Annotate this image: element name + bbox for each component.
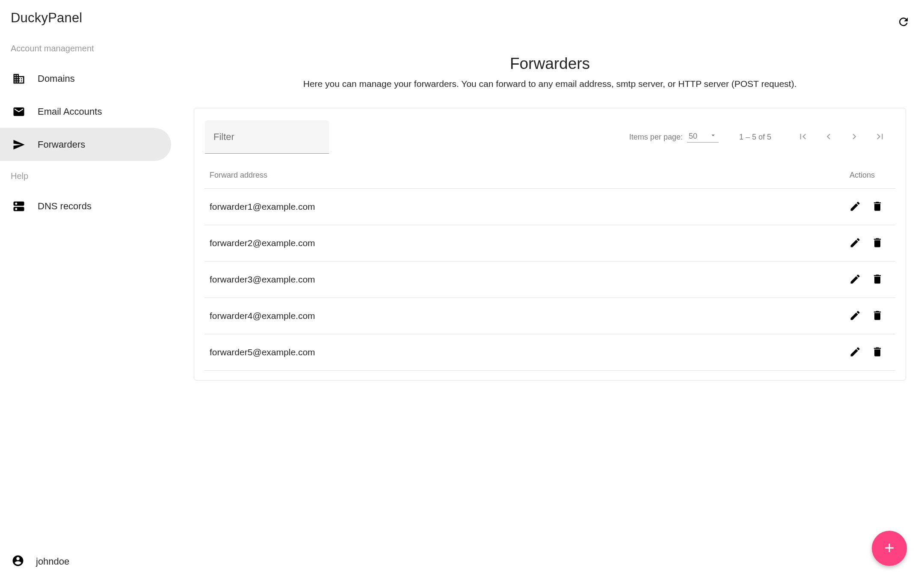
delete-button[interactable] — [868, 343, 887, 362]
delete-icon — [871, 309, 883, 323]
page-title: Forwarders — [189, 55, 911, 73]
dns-icon — [12, 199, 26, 214]
sidebar-item-label: Domains — [38, 73, 75, 84]
edit-button[interactable] — [846, 270, 865, 289]
items-per-page-value: 50 — [689, 132, 697, 141]
column-header-actions: Actions — [827, 171, 895, 189]
column-header-address: Forward address — [204, 171, 827, 189]
sidebar-user[interactable]: johndoe — [0, 554, 176, 583]
card-toolbar: Items per page: 50 1 – 5 of 5 — [194, 108, 906, 154]
sidebar-item-domains[interactable]: Domains — [0, 62, 171, 95]
forwarders-table: Forward address Actions forwarder1@examp… — [204, 171, 895, 371]
prev-page-button[interactable] — [818, 127, 839, 147]
account-icon — [12, 554, 24, 568]
forwarders-card: Items per page: 50 1 – 5 of 5 Forward ad… — [194, 108, 906, 381]
sidebar-item-label: Email Accounts — [38, 106, 102, 117]
send-icon — [12, 137, 26, 152]
edit-icon — [849, 309, 861, 323]
delete-button[interactable] — [868, 270, 887, 289]
app-title: DuckyPanel — [0, 10, 176, 26]
forward-address-cell: forwarder4@example.com — [204, 298, 827, 334]
sidebar: DuckyPanel Account management Domains Em… — [0, 0, 176, 583]
edit-icon — [849, 237, 861, 250]
actions-cell — [827, 298, 895, 334]
filter-input[interactable] — [213, 131, 320, 143]
page-subtitle: Here you can manage your forwarders. You… — [189, 79, 911, 89]
delete-icon — [871, 200, 883, 214]
table-row: forwarder5@example.com — [204, 334, 895, 371]
sidebar-item-forwarders[interactable]: Forwarders — [0, 128, 171, 161]
delete-icon — [871, 273, 883, 286]
table-row: forwarder4@example.com — [204, 298, 895, 334]
chevron-left-icon — [823, 131, 834, 143]
first-page-button[interactable] — [793, 127, 813, 147]
actions-cell — [827, 225, 895, 262]
items-per-page-select[interactable]: 50 — [687, 131, 719, 143]
chevron-right-icon — [849, 131, 860, 143]
last-page-button[interactable] — [870, 127, 890, 147]
forward-address-cell: forwarder2@example.com — [204, 225, 827, 262]
edit-button[interactable] — [846, 234, 865, 253]
edit-icon — [849, 200, 861, 214]
forward-address-cell: forwarder1@example.com — [204, 189, 827, 225]
add-forwarder-fab[interactable] — [872, 531, 907, 566]
sidebar-section-help: Help — [0, 171, 176, 181]
delete-icon — [871, 346, 883, 359]
sidebar-item-dns-records[interactable]: DNS records — [0, 190, 171, 223]
forward-address-cell: forwarder3@example.com — [204, 262, 827, 298]
user-name: johndoe — [36, 556, 69, 567]
delete-button[interactable] — [868, 306, 887, 325]
forward-address-cell: forwarder5@example.com — [204, 334, 827, 371]
actions-cell — [827, 189, 895, 225]
items-per-page-label: Items per page: — [629, 133, 683, 142]
paginator: Items per page: 50 1 – 5 of 5 — [629, 127, 893, 147]
add-icon — [882, 541, 897, 556]
edit-icon — [849, 346, 861, 359]
main-content: Forwarders Here you can manage your forw… — [176, 0, 924, 583]
paginator-range: 1 – 5 of 5 — [739, 133, 771, 142]
actions-cell — [827, 262, 895, 298]
refresh-button[interactable] — [895, 14, 912, 31]
edit-button[interactable] — [846, 197, 865, 216]
actions-cell — [827, 334, 895, 371]
sidebar-item-label: Forwarders — [38, 139, 85, 150]
delete-button[interactable] — [868, 197, 887, 216]
filter-field[interactable] — [205, 120, 329, 154]
domain-icon — [12, 71, 26, 86]
delete-button[interactable] — [868, 234, 887, 253]
last-page-icon — [874, 131, 886, 143]
refresh-icon — [897, 15, 910, 30]
sidebar-item-email-accounts[interactable]: Email Accounts — [0, 95, 171, 128]
edit-button[interactable] — [846, 343, 865, 362]
edit-button[interactable] — [846, 306, 865, 325]
mail-icon — [12, 104, 26, 119]
next-page-button[interactable] — [844, 127, 865, 147]
sidebar-item-label: DNS records — [38, 201, 92, 212]
arrow-drop-down-icon — [704, 131, 717, 141]
table-row: forwarder2@example.com — [204, 225, 895, 262]
sidebar-section-account: Account management — [0, 44, 176, 54]
table-row: forwarder3@example.com — [204, 262, 895, 298]
table-row: forwarder1@example.com — [204, 189, 895, 225]
edit-icon — [849, 273, 861, 286]
delete-icon — [871, 237, 883, 250]
first-page-icon — [797, 131, 808, 143]
